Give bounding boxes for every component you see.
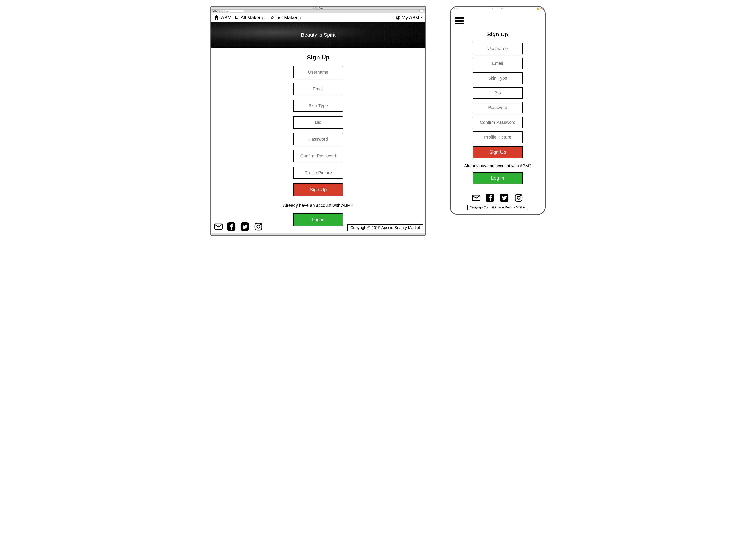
nav-my-abm-label: My ABM [402, 15, 419, 20]
phone-twitter-icon[interactable] [500, 193, 510, 202]
status-signals: 📶 ▼ [537, 7, 542, 10]
username-field[interactable] [293, 66, 343, 78]
browser-window: A Web Page ◀ ▶ ✕ ⌂ ABM All Makeups List [210, 6, 426, 236]
browser-statusbar [211, 233, 425, 235]
phone-already-text: Already have an account with ABM? [464, 163, 531, 168]
svg-point-13 [260, 224, 261, 225]
hero-tagline: Beauty is Spirit [301, 32, 335, 38]
already-have-account-text: Already have an account with ABM? [283, 203, 353, 208]
page-heading: Sign Up [307, 54, 329, 61]
bio-field[interactable] [293, 116, 343, 129]
svg-point-19 [521, 196, 521, 196]
phone-bio-field[interactable] [473, 87, 523, 99]
nav-all-makeups-label: All Makeups [241, 15, 267, 20]
phone-notch [492, 7, 503, 9]
phone-window: 9:41 AM 📶 ▼ Sign Up Sign Up Already have… [450, 6, 546, 215]
back-button[interactable]: ◀ [212, 10, 215, 12]
hero-banner: Beauty is Spirit [211, 22, 425, 48]
signup-page: Sign Up Sign Up Already have an account … [211, 48, 425, 233]
home-button[interactable]: ⌂ [222, 10, 224, 12]
social-links [213, 222, 264, 231]
svg-point-18 [517, 196, 520, 199]
phone-username-field[interactable] [473, 43, 523, 54]
phone-email-field[interactable] [473, 58, 523, 69]
svg-line-7 [410, 44, 411, 45]
status-time: 9:41 AM [454, 8, 460, 10]
list-icon [235, 15, 240, 20]
mail-icon[interactable] [213, 222, 224, 231]
forward-button[interactable]: ▶ [216, 10, 218, 12]
phone-password-field[interactable] [473, 102, 523, 113]
brand-label: ABM [221, 15, 231, 20]
brush-icon [270, 16, 274, 20]
svg-point-5 [398, 17, 399, 18]
phone-facebook-icon[interactable] [485, 193, 496, 202]
browser-title: A Web Page [313, 7, 323, 9]
phone-statusbar: 9:41 AM 📶 ▼ [451, 7, 545, 12]
phone-instagram-icon[interactable] [514, 193, 524, 202]
twitter-icon[interactable] [240, 222, 251, 231]
profile-picture-field[interactable] [293, 167, 343, 179]
caret-down-icon [421, 16, 423, 19]
nav-list-makeup[interactable]: List Makeup [270, 15, 301, 20]
email-field[interactable] [293, 83, 343, 95]
go-button[interactable] [419, 10, 424, 12]
instagram-icon[interactable] [254, 222, 264, 231]
footer: Copyright© 2019 Aussie Beauty Market [213, 222, 423, 231]
home-icon [213, 15, 220, 21]
svg-point-6 [407, 42, 410, 45]
search-icon[interactable] [407, 41, 411, 46]
phone-mail-icon[interactable] [471, 193, 481, 202]
browser-titlebar: A Web Page [211, 6, 425, 9]
phone-copyright: Copyright© 2019 Aussie Beauty Market [468, 205, 528, 210]
facebook-icon[interactable] [227, 222, 237, 231]
password-field[interactable] [293, 133, 343, 145]
phone-confirm-password-field[interactable] [473, 117, 523, 128]
nav-my-abm[interactable]: My ABM [396, 15, 423, 20]
nav-brand[interactable]: ABM [213, 15, 231, 21]
phone-social-links [471, 193, 524, 202]
signup-button[interactable]: Sign Up [293, 183, 343, 196]
stop-button[interactable]: ✕ [219, 10, 221, 12]
skin-type-field[interactable] [293, 100, 343, 112]
confirm-password-field[interactable] [293, 150, 343, 162]
phone-signup-button[interactable]: Sign Up [473, 146, 523, 158]
hamburger-menu-button[interactable] [455, 16, 464, 25]
nav-list-makeup-label: List Makeup [275, 15, 301, 20]
copyright: Copyright© 2019 Aussie Beauty Market [347, 224, 423, 231]
phone-page-heading: Sign Up [487, 31, 508, 38]
user-circle-icon [396, 15, 400, 20]
browser-toolbar: ◀ ▶ ✕ ⌂ [211, 9, 425, 13]
nav-all-makeups[interactable]: All Makeups [235, 15, 267, 20]
svg-point-12 [257, 225, 260, 228]
address-bar[interactable] [225, 10, 244, 12]
phone-login-button[interactable]: Log in [473, 172, 523, 184]
phone-skin-type-field[interactable] [473, 72, 523, 84]
phone-profile-picture-field[interactable] [473, 131, 523, 143]
phone-signup-page: Sign Up Sign Up Already have an account … [451, 12, 545, 212]
main-navbar: ABM All Makeups List Makeup My ABM [211, 13, 425, 22]
